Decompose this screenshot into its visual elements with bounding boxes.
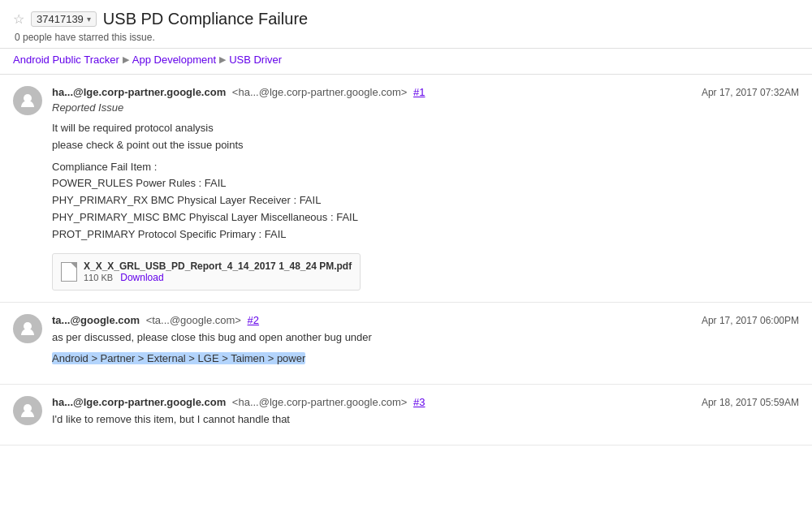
file-icon-1 xyxy=(61,262,77,282)
comment-author-2: ta...@google.com xyxy=(52,314,140,326)
breadcrumb-sep-1: ▶ xyxy=(123,54,129,65)
comment-text-1: It will be required protocol analysisple… xyxy=(52,120,799,243)
comment-line-2-1: as per discussed, please close this bug … xyxy=(52,329,799,347)
comment-header-1: ha...@lge.corp-partner.google.com <ha...… xyxy=(52,86,799,98)
comment-author-1: ha...@lge.corp-partner.google.com xyxy=(52,86,226,98)
comment-body-1: ha...@lge.corp-partner.google.com <ha...… xyxy=(52,86,799,291)
comment-author-area-3: ha...@lge.corp-partner.google.com <ha...… xyxy=(52,396,425,408)
comment-line-1-1: It will be required protocol analysisple… xyxy=(52,120,799,154)
comment-header-2: ta...@google.com <ta...@google.com> #2 A… xyxy=(52,314,799,326)
comment-author-email-3: <ha...@lge.corp-partner.google.com> xyxy=(232,396,408,408)
highlight-span-2: Android > Partner > External > LGE > Tai… xyxy=(52,352,305,364)
comment-2: ta...@google.com <ta...@google.com> #2 A… xyxy=(0,303,812,385)
comment-num-1[interactable]: #1 xyxy=(413,86,425,98)
issue-title-row: ☆ 37417139 ▾ USB PD Compliance Failure xyxy=(13,10,799,28)
chevron-down-icon: ▾ xyxy=(87,15,91,24)
attachment-info-1: X_X_X_GRL_USB_PD_Report_4_14_2017 1_48_2… xyxy=(84,260,352,283)
comment-line-1-2: Compliance Fail Item : POWER_RULES Power… xyxy=(52,159,799,243)
comment-header-3: ha...@lge.corp-partner.google.com <ha...… xyxy=(52,396,799,408)
comment-author-3: ha...@lge.corp-partner.google.com xyxy=(52,396,226,408)
breadcrumb-link-usb-driver[interactable]: USB Driver xyxy=(229,54,282,66)
comment-line-3-1: I'd like to remove this item, but I cann… xyxy=(52,411,799,428)
comment-date-3: Apr 18, 2017 05:59AM xyxy=(702,397,799,408)
breadcrumb-link-app-development[interactable]: App Development xyxy=(132,54,216,66)
comment-1: ha...@lge.corp-partner.google.com <ha...… xyxy=(0,75,812,303)
avatar-2 xyxy=(13,314,42,343)
comment-highlighted-2: Android > Partner > External > LGE > Tai… xyxy=(52,351,799,368)
comment-author-area-1: ha...@lge.corp-partner.google.com <ha...… xyxy=(52,86,425,98)
attachment-1: X_X_X_GRL_USB_PD_Report_4_14_2017 1_48_2… xyxy=(52,253,361,291)
star-count: 0 people have starred this issue. xyxy=(15,32,799,43)
comment-date-2: Apr 17, 2017 06:00PM xyxy=(702,315,799,326)
issue-id-badge[interactable]: 37417139 ▾ xyxy=(31,11,97,27)
breadcrumb-link-android-public-tracker[interactable]: Android Public Tracker xyxy=(13,54,119,66)
comment-tag-1: Reported Issue xyxy=(52,101,799,114)
breadcrumb-sep-2: ▶ xyxy=(219,54,226,65)
breadcrumb: Android Public Tracker ▶ App Development… xyxy=(0,49,812,74)
comment-author-email-1: <ha...@lge.corp-partner.google.com> xyxy=(232,86,408,98)
comments-section: ha...@lge.corp-partner.google.com <ha...… xyxy=(0,74,812,446)
avatar-1 xyxy=(13,86,42,115)
comment-3: ha...@lge.corp-partner.google.com <ha...… xyxy=(0,385,812,446)
comment-author-area-2: ta...@google.com <ta...@google.com> #2 xyxy=(52,314,259,326)
attachment-download-1[interactable]: Download xyxy=(120,272,163,283)
comment-num-3[interactable]: #3 xyxy=(413,396,425,408)
issue-id: 37417139 xyxy=(37,13,84,25)
issue-title: USB PD Compliance Failure xyxy=(103,10,308,28)
comment-text-3: I'd like to remove this item, but I cann… xyxy=(52,411,799,428)
attachment-size-1: 110 KB xyxy=(84,273,113,282)
comment-author-email-2: <ta...@google.com> xyxy=(146,314,241,326)
comment-body-2: ta...@google.com <ta...@google.com> #2 A… xyxy=(52,314,799,373)
comment-body-3: ha...@lge.corp-partner.google.com <ha...… xyxy=(52,396,799,433)
comment-date-1: Apr 17, 2017 07:32AM xyxy=(702,87,799,98)
comment-num-2[interactable]: #2 xyxy=(248,314,259,326)
star-icon[interactable]: ☆ xyxy=(13,11,24,27)
attachment-name-1: X_X_X_GRL_USB_PD_Report_4_14_2017 1_48_2… xyxy=(84,260,352,272)
attachment-meta-1: 110 KB Download xyxy=(84,272,352,283)
comment-text-2: as per discussed, please close this bug … xyxy=(52,329,799,368)
avatar-3 xyxy=(13,396,42,425)
issue-header: ☆ 37417139 ▾ USB PD Compliance Failure 0… xyxy=(0,0,812,49)
